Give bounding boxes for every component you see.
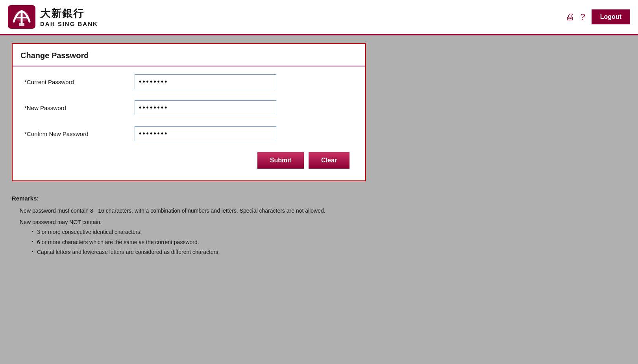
button-row: Submit Clear xyxy=(24,152,353,169)
logo-chinese: 大新銀行 xyxy=(40,7,98,20)
remarks-sub-list: 3 or more consecutive identical characte… xyxy=(20,227,626,257)
current-password-input[interactable] xyxy=(135,74,276,89)
main-content: Change Password *Current Password *New P… xyxy=(0,35,638,270)
logo-text: 大新銀行 DAH SING BANK xyxy=(40,7,98,27)
confirm-password-row: *Confirm New Password xyxy=(24,126,353,141)
new-password-row: *New Password xyxy=(24,100,353,115)
remark-item-1: New password must contain 8 - 16 charact… xyxy=(20,206,626,216)
form-body: *Current Password *New Password *Confirm… xyxy=(13,66,365,180)
current-password-row: *Current Password xyxy=(24,74,353,89)
current-password-label: *Current Password xyxy=(24,79,135,85)
confirm-password-input[interactable] xyxy=(135,126,276,141)
clear-button[interactable]: Clear xyxy=(309,152,350,169)
remarks-list: New password must contain 8 - 16 charact… xyxy=(12,206,626,257)
remark-item-2: New password may NOT contain: 3 or more … xyxy=(20,217,626,257)
remarks-section: Remarks: New password must contain 8 - 1… xyxy=(12,189,626,263)
logo-english: DAH SING BANK xyxy=(40,20,98,27)
svg-rect-2 xyxy=(19,23,24,26)
new-password-label: *New Password xyxy=(24,105,135,111)
remarks-title: Remarks: xyxy=(12,193,626,204)
header-actions: 🖨 ? Logout xyxy=(566,9,630,24)
submit-button[interactable]: Submit xyxy=(257,152,304,169)
logout-button[interactable]: Logout xyxy=(592,9,630,24)
logo-area: 大新銀行 DAH SING BANK xyxy=(8,5,98,29)
remark-sub-item-1: 3 or more consecutive identical characte… xyxy=(31,227,626,237)
new-password-input[interactable] xyxy=(135,100,276,115)
remark-sub-item-2: 6 or more characters which are the same … xyxy=(31,237,626,247)
print-icon[interactable]: 🖨 xyxy=(566,12,574,22)
remark-sub-item-3: Capital letters and lowercase letters ar… xyxy=(31,247,626,257)
help-icon[interactable]: ? xyxy=(581,12,585,22)
change-password-panel: Change Password *Current Password *New P… xyxy=(12,43,366,181)
bank-logo-icon xyxy=(8,5,35,29)
page-header: 大新銀行 DAH SING BANK 🖨 ? Logout xyxy=(0,0,638,35)
form-title: Change Password xyxy=(13,44,365,66)
confirm-password-label: *Confirm New Password xyxy=(24,131,135,137)
